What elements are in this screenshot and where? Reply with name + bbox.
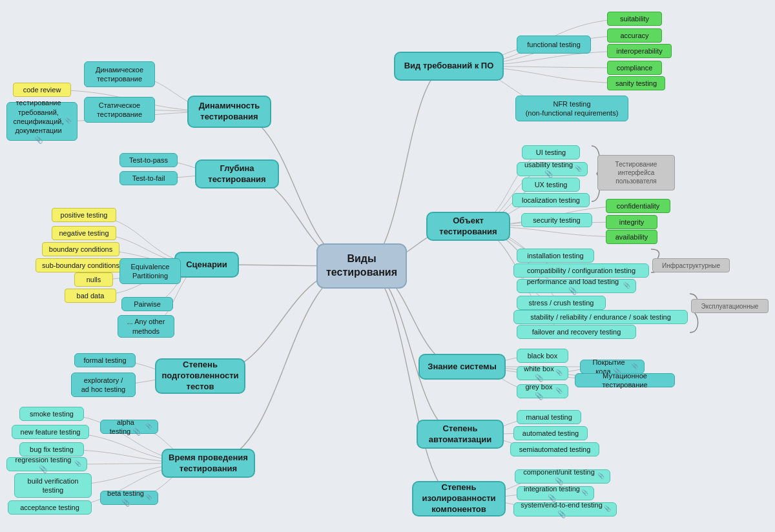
node-test_req: тестирование требований, спецификаций, д… [6,102,78,141]
node-label-ui_testing: UI testing [536,148,566,157]
node-label-installation: installation testing [527,251,583,260]
node-label-vid_trebov: Вид требований к ПО [404,61,494,72]
node-ux_testing: UX testing [522,178,580,192]
node-glubina: Глубина тестирования [195,159,279,189]
node-label-performance: performance and load testing 📎 [522,277,623,296]
node-positive: positive testing [52,208,116,222]
node-formal_testing: formal testing [74,353,136,367]
node-label-stepen_podg: Степень подготовленности тестов [161,360,238,393]
node-manual: manual testing [517,410,581,424]
node-stress: stress / crush testing [517,296,606,310]
node-compatibility: compatibility / configuration testing [513,263,649,278]
node-stepen_avto: Степень автоматизации [417,420,504,449]
node-dinamich_test: Динамическое тестирование [84,61,155,87]
node-label-regression: regression testing 📎 [12,455,74,474]
node-baddata: bad data [65,289,116,303]
node-negative: negative testing [52,226,116,240]
node-label-nulls: nulls [87,275,101,284]
node-alpha: alpha testing 📎 [100,420,158,434]
node-vremya: Время проведения тестирования [161,449,255,478]
node-label-bug_fix: bug fix testing [30,445,74,454]
node-system_e2e: system/end-to-end testing 📎 [513,502,617,517]
brace-ui_brace: Тестирование интерфейса пользователя [597,155,675,190]
node-label-obekt: Объект тестирования [439,216,497,238]
node-automated: automated testing [513,426,588,440]
node-label-build_verif: build verification testing [28,476,79,495]
node-accuracy: accuracy [607,28,662,43]
node-label-any_other: ... Any other methods [127,317,165,336]
node-boundary: boundary conditions [42,242,119,256]
node-failover: failover and recovery testing [517,325,636,339]
node-subboundary: sub-boundary conditions [36,258,126,272]
node-label-stress: stress / crush testing [529,298,594,307]
node-label-boundary: boundary conditions [49,245,112,254]
node-label-failover: failover and recovery testing [532,327,621,336]
node-label-subboundary: sub-boundary conditions [42,261,119,270]
node-label-dinamich_test: Динамическое тестирование [96,65,143,84]
node-nfr: NFR testing (non-functional requirements… [515,96,628,121]
node-label-smoke: smoke testing [30,409,74,418]
node-grey_box: grey box 📎 [517,384,568,398]
node-integrity: integrity [606,215,657,229]
node-label-black_box: black box [528,351,557,360]
node-sanity: sanity testing [607,76,665,90]
node-scenarii: Сценарии [174,252,239,278]
node-bug_fix: bug fix testing [19,442,84,456]
node-performance: performance and load testing 📎 [517,279,636,293]
node-nulls: nulls [74,272,113,287]
node-code_review: code review [13,83,71,97]
node-security: security testing [521,213,592,227]
node-label-functional: functional testing [527,40,581,49]
node-availability: availability [606,230,657,244]
node-label-equiv_part: Equivalence Partitioning [131,262,170,281]
node-label-compliance: compliance [617,63,653,72]
node-label-sanity: sanity testing [615,79,657,88]
node-label-white_box: white box 📎 [522,364,555,383]
node-usability: usability testing 📎 [517,162,588,176]
node-label-pairwise: Pairwise [134,300,161,309]
node-beta: beta testing 📎 [100,491,158,505]
node-label-dinamichnost: Динамичность тестирования [199,101,260,123]
node-label-test_req: тестирование требований, спецификаций, д… [12,98,65,144]
node-static_test: Статическое тестирование [84,97,155,123]
node-pairwise: Pairwise [121,297,173,311]
node-label-component: component/unit testing 📎 [521,467,597,486]
node-label-beta: beta testing 📎 [106,489,145,507]
node-installation: installation testing [517,249,594,263]
node-regression: regression testing 📎 [6,457,87,471]
node-component: component/unit testing 📎 [515,469,610,484]
node-label-semiautomated: semiautomated testing [519,445,591,454]
node-exploratory: exploratory / ad hoc testing [71,373,136,397]
node-label-baddata: bad data [77,291,105,300]
node-vid_trebov: Вид требований к ПО [394,52,504,81]
node-build_verif: build verification testing [14,473,92,498]
node-stepen_podg: Степень подготовленности тестов [155,358,245,394]
node-new_feature: new feature testing [12,425,89,439]
node-label-suitability: suitability [620,14,649,23]
node-label-manual: manual testing [526,413,572,422]
node-label-stability: stability / reliability / endurance / so… [530,312,671,322]
node-obekt: Объект тестирования [426,212,510,241]
node-label-center: Виды тестирования [326,252,397,280]
node-localization: localization testing [512,193,590,207]
brace-infra_brace: Инфраструктурные [652,258,730,272]
node-stepen_izol: Степень изолированности компонентов [412,481,506,517]
node-label-static_test: Статическое тестирование [97,101,142,119]
mindmap-container: Виды тестированияДинамичность тестирован… [0,0,775,532]
node-compliance: compliance [607,61,662,75]
node-label-confidentiality: confidentiality [617,201,660,210]
node-center: Виды тестирования [316,243,407,289]
node-label-scenarii: Сценарии [186,260,227,271]
node-test_to_fail: Test-to-fail [119,171,178,185]
node-label-negative: negative testing [59,229,108,238]
node-any_other: ... Any other methods [118,315,174,338]
node-equiv_part: Equivalence Partitioning [119,258,181,284]
node-white_box: white box 📎 [517,366,568,380]
node-smoke: smoke testing [19,407,84,421]
node-label-formal_testing: formal testing [83,356,126,365]
node-stability: stability / reliability / endurance / so… [513,310,688,324]
node-label-interoperability: interoperability [616,46,663,56]
node-label-glubina: Глубина тестирования [208,163,265,185]
brace-expluatac_brace: Эксплуатационные [691,299,769,313]
node-label-test_to_pass: Test-to-pass [129,156,168,165]
